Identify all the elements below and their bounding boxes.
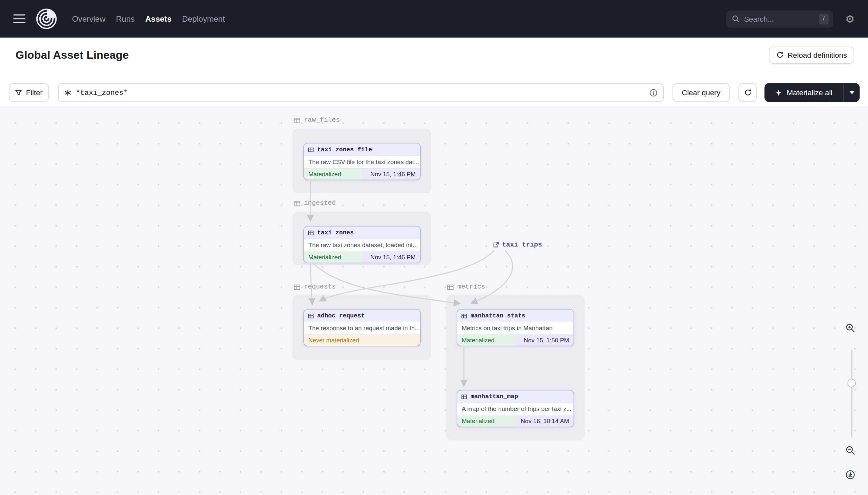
nav-item-deployment[interactable]: Deployment bbox=[182, 14, 225, 23]
lineage-toolbar: Filter Clear query Materialize bbox=[0, 72, 868, 106]
status-badge: Materialized bbox=[457, 335, 515, 346]
materialization-timestamp: Nov 16, 10:14 AM bbox=[515, 415, 573, 427]
page-title: Global Asset Lineage bbox=[15, 49, 129, 62]
asset-group-icon bbox=[293, 117, 300, 124]
asset-node-adhoc_request[interactable]: adhoc_request The response to an request… bbox=[303, 309, 421, 346]
materialization-timestamp: Nov 15, 1:50 PM bbox=[515, 335, 573, 346]
materialize-all-label: Materialize all bbox=[787, 88, 832, 97]
group-label-metrics: metrics bbox=[447, 283, 485, 291]
zoom-slider-track[interactable] bbox=[851, 350, 853, 438]
topbar-right: / ⚙ bbox=[726, 10, 855, 27]
external-asset-title: taxi_trips bbox=[502, 241, 542, 249]
refresh-icon bbox=[744, 89, 751, 97]
asset-footer: Materialized Nov 15, 1:46 PM bbox=[304, 251, 420, 262]
asset-node-manhattan_stats[interactable]: manhattan_stats Metrics on taxi trips in… bbox=[457, 309, 574, 346]
nav-item-overview[interactable]: Overview bbox=[72, 14, 105, 23]
asset-node-manhattan_map[interactable]: manhattan_map A map of the number of tri… bbox=[457, 390, 574, 427]
asset-group-icon bbox=[293, 200, 300, 207]
asset-description: The raw taxi zones dataset, loaded int..… bbox=[304, 239, 420, 251]
group-name: requests bbox=[304, 283, 336, 291]
external-asset-taxi_trips[interactable]: taxi_trips bbox=[493, 241, 542, 249]
nav-item-assets[interactable]: Assets bbox=[145, 14, 172, 23]
status-badge: Materialized bbox=[304, 252, 362, 262]
materialize-all-split-button: Materialize all bbox=[764, 83, 860, 102]
asset-footer: Materialized Nov 15, 1:50 PM bbox=[457, 334, 573, 346]
search-icon bbox=[732, 15, 740, 23]
asset-footer: Materialized Nov 16, 10:14 AM bbox=[457, 415, 573, 426]
group-label-ingested: ingested bbox=[293, 200, 336, 207]
materialize-options-caret-button[interactable] bbox=[844, 83, 860, 102]
table-icon bbox=[461, 394, 467, 400]
asset-description: Metrics on taxi trips in Manhattan bbox=[457, 322, 573, 334]
asset-card-header: manhattan_map bbox=[457, 391, 573, 404]
table-icon bbox=[308, 147, 314, 153]
zoom-in-icon bbox=[845, 323, 855, 333]
group-name: ingested bbox=[304, 200, 336, 207]
selection-syntax-icon bbox=[64, 89, 72, 96]
primary-nav: Overview Runs Assets Deployment bbox=[72, 14, 225, 23]
filter-label: Filter bbox=[26, 88, 43, 97]
filter-button[interactable]: Filter bbox=[9, 83, 49, 102]
settings-gear-icon[interactable]: ⚙ bbox=[845, 14, 855, 24]
selection-info-icon[interactable] bbox=[649, 88, 657, 97]
asset-footer: Never materialized bbox=[304, 334, 420, 346]
asset-group-icon bbox=[447, 283, 454, 290]
refresh-icon bbox=[776, 51, 784, 59]
search-input[interactable] bbox=[744, 15, 814, 23]
filter-funnel-icon bbox=[15, 89, 22, 96]
top-nav-bar: Overview Runs Assets Deployment / ⚙ bbox=[0, 0, 868, 38]
clear-query-label: Clear query bbox=[682, 88, 720, 97]
reload-definitions-button[interactable]: Reload definitions bbox=[768, 46, 854, 63]
group-name: metrics bbox=[457, 283, 485, 291]
status-badge: Materialized bbox=[457, 415, 515, 427]
lineage-edges bbox=[0, 106, 868, 495]
table-icon bbox=[308, 229, 314, 236]
group-label-requests: requests bbox=[293, 283, 336, 291]
asset-title: manhattan_stats bbox=[471, 312, 525, 319]
table-icon bbox=[308, 313, 314, 319]
clear-query-button[interactable]: Clear query bbox=[672, 83, 730, 102]
zoom-slider-handle[interactable] bbox=[848, 379, 856, 387]
materialization-timestamp: Nov 15, 1:46 PM bbox=[362, 168, 420, 180]
nav-item-runs[interactable]: Runs bbox=[116, 14, 135, 23]
asset-card-header: taxi_zones_file bbox=[304, 143, 420, 156]
asset-title: taxi_zones_file bbox=[317, 147, 372, 153]
search-shortcut-badge: / bbox=[819, 14, 829, 24]
table-icon bbox=[461, 313, 467, 319]
dagster-app: Overview Runs Assets Deployment / ⚙ Glob… bbox=[0, 0, 868, 495]
download-icon bbox=[845, 470, 855, 480]
asset-title: adhoc_request bbox=[317, 312, 365, 319]
zoom-out-icon bbox=[845, 445, 855, 455]
group-name: raw_files bbox=[304, 116, 339, 124]
asset-footer: Materialized Nov 15, 1:46 PM bbox=[304, 168, 420, 179]
asset-group-icon bbox=[293, 283, 300, 290]
status-badge: Never materialized bbox=[304, 335, 420, 346]
dagster-logo[interactable] bbox=[35, 8, 58, 30]
search-box[interactable]: / bbox=[726, 10, 833, 27]
lineage-canvas[interactable]: raw_files ingested requests metrics taxi… bbox=[0, 106, 868, 495]
asset-card-header: taxi_zones bbox=[304, 226, 420, 239]
asset-title: manhattan_map bbox=[471, 393, 518, 400]
reload-definitions-label: Reload definitions bbox=[787, 51, 847, 59]
external-link-icon bbox=[493, 242, 499, 248]
chevron-down-icon bbox=[849, 91, 854, 94]
page-header: Global Asset Lineage Reload definitions bbox=[0, 38, 868, 72]
zoom-in-button[interactable] bbox=[845, 323, 855, 333]
zoom-out-button[interactable] bbox=[845, 445, 855, 455]
asset-node-taxi_zones_file[interactable]: taxi_zones_file The raw CSV file for the… bbox=[303, 143, 421, 180]
materialization-timestamp: Nov 15, 1:46 PM bbox=[362, 252, 420, 262]
asset-card-header: manhattan_stats bbox=[457, 309, 573, 322]
asset-card-header: adhoc_request bbox=[304, 309, 420, 322]
group-label-raw_files: raw_files bbox=[293, 116, 339, 124]
asset-title: taxi_zones bbox=[317, 229, 354, 236]
status-badge: Materialized bbox=[304, 168, 362, 180]
asset-description: The response to an request made in th... bbox=[304, 322, 420, 334]
asset-node-taxi_zones[interactable]: taxi_zones The raw taxi zones dataset, l… bbox=[303, 226, 421, 263]
materialize-all-button[interactable]: Materialize all bbox=[764, 83, 843, 102]
asset-selection-input[interactable] bbox=[76, 88, 645, 97]
hamburger-menu-icon[interactable] bbox=[14, 14, 25, 23]
download-view-button[interactable] bbox=[845, 470, 855, 480]
asset-selection-input-box[interactable] bbox=[58, 83, 663, 102]
sparkle-icon bbox=[775, 89, 782, 96]
refresh-query-button[interactable] bbox=[739, 83, 757, 102]
